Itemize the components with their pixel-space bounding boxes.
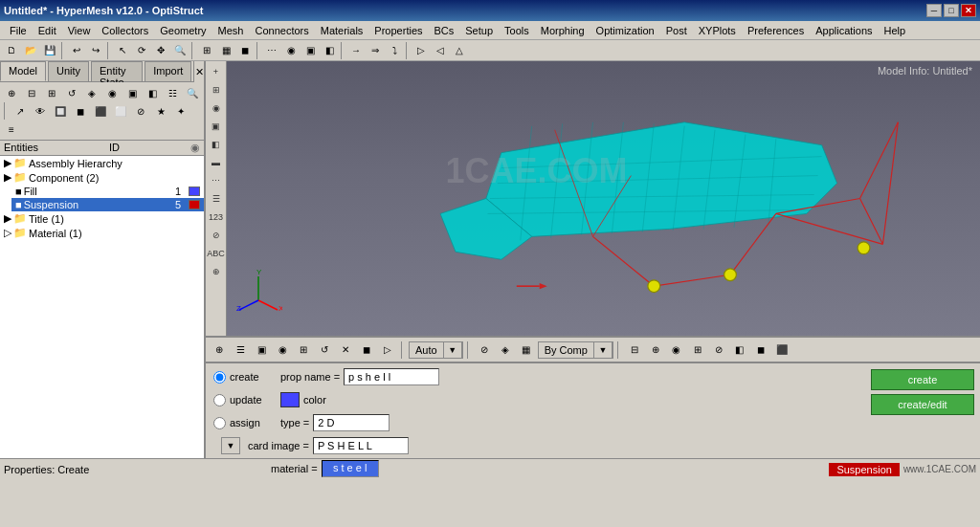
lt-btn-15[interactable]: ⬛	[91, 102, 110, 120]
close-btn[interactable]: ✕	[961, 4, 976, 17]
tb-pan[interactable]: ✥	[151, 42, 170, 59]
bt-btn-19[interactable]: ◼	[751, 341, 770, 359]
tb-arrow2[interactable]: ⇒	[366, 42, 385, 59]
tree-item-suspension[interactable]: ■ Suspension 5	[11, 198, 204, 211]
tree-item-material[interactable]: ▷ 📁 Material (1)	[0, 226, 204, 240]
tb-redo[interactable]: ↪	[86, 42, 105, 59]
window-controls[interactable]: ─ □ ✕	[926, 4, 976, 17]
menu-geometry[interactable]: Geometry	[154, 23, 212, 38]
menu-setup[interactable]: Setup	[459, 23, 499, 38]
prop-name-input[interactable]	[344, 368, 439, 385]
assign-radio[interactable]	[213, 417, 226, 429]
lt-btn-9[interactable]: ☷	[163, 84, 182, 101]
menu-tools[interactable]: Tools	[499, 23, 535, 38]
maximize-btn[interactable]: □	[944, 4, 959, 17]
menu-optimization[interactable]: Optimization	[590, 23, 660, 38]
bt-btn-5[interactable]: ⊞	[294, 341, 313, 359]
tb-elem[interactable]: ▣	[301, 42, 320, 59]
bt-btn-16[interactable]: ⊞	[688, 341, 707, 359]
bt-btn-15[interactable]: ◉	[667, 341, 686, 359]
bt-btn-10[interactable]: ⊘	[475, 341, 494, 359]
tb-view3[interactable]: △	[450, 42, 469, 59]
menu-applications[interactable]: Applications	[810, 23, 878, 38]
material-input[interactable]: s t e e l	[322, 460, 379, 477]
tb-arrow1[interactable]: →	[346, 42, 366, 59]
menu-view[interactable]: View	[62, 23, 97, 38]
card-dropdown-arrow[interactable]: ▼	[221, 437, 240, 454]
bt-btn-3[interactable]: ▣	[252, 341, 271, 359]
lt-btn-10[interactable]: 🔍	[183, 84, 202, 101]
tb-rotate[interactable]: ⟳	[132, 42, 151, 59]
tb-open[interactable]: 📂	[21, 42, 40, 59]
tab-entity-state[interactable]: Entity State	[91, 61, 143, 81]
create-radio[interactable]	[213, 371, 226, 384]
auto-dropdown[interactable]: Auto ▼	[409, 341, 463, 359]
tree-item-assembly[interactable]: ▶ 📁 Assembly Hierarchy	[0, 156, 204, 170]
tb-shade[interactable]: ◼	[235, 42, 255, 59]
update-radio[interactable]	[213, 394, 226, 406]
bt-btn-4[interactable]: ◉	[273, 341, 292, 359]
lt-btn-20[interactable]: ≡	[2, 121, 21, 138]
bt-btn-20[interactable]: ⬛	[772, 341, 791, 359]
menu-xyplots[interactable]: XYPlots	[693, 23, 742, 38]
tree-item-component[interactable]: ▶ 📁 Component (2)	[0, 170, 204, 185]
lt-btn-11[interactable]: ↗	[11, 102, 30, 120]
lt-btn-5[interactable]: ◈	[82, 84, 101, 101]
tb-zoom[interactable]: 🔍	[170, 42, 189, 59]
lt-btn-19[interactable]: ✦	[171, 102, 190, 120]
tb-node[interactable]: ◉	[281, 42, 301, 59]
close-panel-btn[interactable]: ✕	[193, 61, 204, 82]
bt-btn-8[interactable]: ◼	[357, 341, 376, 359]
color-swatch[interactable]	[280, 392, 300, 407]
bt-btn-2[interactable]: ☰	[231, 341, 250, 359]
create-edit-button[interactable]: create/edit	[871, 394, 974, 415]
tb-mesh[interactable]: ⋯	[262, 42, 281, 59]
menu-post[interactable]: Post	[660, 23, 693, 38]
tb-view1[interactable]: ▷	[412, 42, 431, 59]
lt-btn-13[interactable]: 🔲	[51, 102, 70, 120]
menu-preferences[interactable]: Preferences	[742, 23, 810, 38]
lt-btn-18[interactable]: ★	[151, 102, 170, 120]
lt-btn-6[interactable]: ◉	[102, 84, 122, 101]
tb-comp[interactable]: ◧	[320, 42, 339, 59]
lt-btn-8[interactable]: ◧	[143, 84, 162, 101]
lt-btn-7[interactable]: ▣	[122, 84, 142, 101]
menu-file[interactable]: File	[4, 23, 33, 38]
lt-btn-4[interactable]: ↺	[62, 84, 81, 101]
auto-dropdown-arrow[interactable]: ▼	[443, 341, 462, 359]
tab-import[interactable]: Import	[145, 61, 191, 81]
lt-btn-16[interactable]: ⬜	[111, 102, 130, 120]
tab-model[interactable]: Model	[0, 61, 46, 81]
menu-help[interactable]: Help	[879, 23, 912, 38]
bt-btn-6[interactable]: ↺	[315, 341, 334, 359]
tb-view2[interactable]: ◁	[431, 42, 450, 59]
bt-btn-1[interactable]: ⊕	[210, 341, 229, 359]
lt-btn-1[interactable]: ⊕	[2, 84, 21, 101]
lt-btn-3[interactable]: ⊞	[42, 84, 61, 101]
lt-btn-14[interactable]: ◼	[71, 102, 90, 120]
tb-fit[interactable]: ⊞	[197, 42, 216, 59]
bt-btn-7[interactable]: ✕	[336, 341, 355, 359]
lt-btn-12[interactable]: 👁	[31, 102, 50, 120]
card-image-input[interactable]	[313, 437, 409, 454]
tb-select[interactable]: ↖	[113, 42, 132, 59]
create-button[interactable]: create	[871, 369, 974, 390]
type-input[interactable]	[313, 414, 390, 431]
bt-btn-12[interactable]: ▦	[517, 341, 536, 359]
tb-new[interactable]: 🗋	[2, 42, 21, 59]
bycomp-dropdown-arrow[interactable]: ▼	[593, 341, 612, 359]
tb-wireframe[interactable]: ▦	[216, 42, 235, 59]
tree-item-title[interactable]: ▶ 📁 Title (1)	[0, 211, 204, 226]
lt-btn-17[interactable]: ⊘	[131, 102, 150, 120]
bt-btn-11[interactable]: ◈	[496, 341, 515, 359]
tree-item-fill[interactable]: ■ Fill 1	[11, 185, 204, 198]
tab-unity[interactable]: Unity	[48, 61, 89, 81]
menu-materials[interactable]: Materials	[315, 23, 369, 38]
bt-btn-13[interactable]: ⊟	[625, 341, 644, 359]
menu-collectors[interactable]: Collectors	[96, 23, 154, 38]
viewport[interactable]: Model Info: Untitled* + ⊞ ◉ ▣ ◧ ▬ ⋯ ☰ 12…	[206, 61, 980, 336]
minimize-btn[interactable]: ─	[926, 4, 942, 17]
menu-mesh[interactable]: Mesh	[212, 23, 250, 38]
lt-btn-2[interactable]: ⊟	[22, 84, 41, 101]
tb-undo[interactable]: ↩	[67, 42, 86, 59]
